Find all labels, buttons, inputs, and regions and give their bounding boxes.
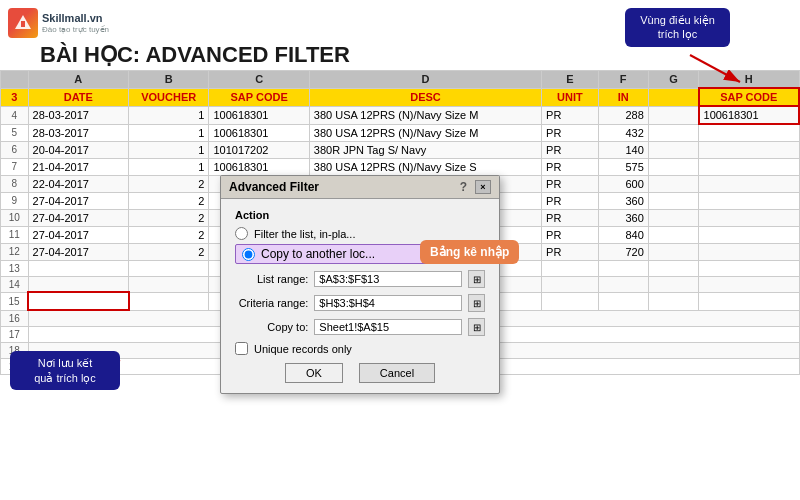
cell-voucher: 1 bbox=[129, 158, 209, 175]
row-num: 5 bbox=[1, 124, 29, 141]
cell-g bbox=[648, 106, 698, 124]
table-row: 7 21-04-2017 1 100618301 380 USA 12PRS (… bbox=[1, 158, 800, 175]
cancel-button[interactable]: Cancel bbox=[359, 363, 435, 383]
cell-h bbox=[699, 260, 799, 276]
row-num: 16 bbox=[1, 310, 29, 326]
cell-in-header: IN bbox=[598, 88, 648, 106]
cell-unit: PR bbox=[542, 226, 598, 243]
callout-bang-ke-text: Bảng kê nhập bbox=[430, 245, 509, 259]
col-header-h: H bbox=[699, 71, 799, 89]
cell-h bbox=[699, 243, 799, 260]
cell-in-r bbox=[598, 292, 648, 310]
cell-h bbox=[699, 158, 799, 175]
cell-unit bbox=[542, 260, 598, 276]
cell-date bbox=[28, 260, 128, 276]
cell-date: 27-04-2017 bbox=[28, 243, 128, 260]
cell-voucher: 2 bbox=[129, 175, 209, 192]
criteria-range-label: Criteria range: bbox=[235, 297, 308, 309]
cell-sap: 101017202 bbox=[209, 141, 309, 158]
copy-to-radio[interactable] bbox=[242, 248, 255, 261]
row-num: 6 bbox=[1, 141, 29, 158]
list-range-label: List range: bbox=[235, 273, 308, 285]
filter-inplace-label: Filter the list, in-pla... bbox=[254, 228, 355, 240]
col-header-g: G bbox=[648, 71, 698, 89]
cell-sap: 100618301 bbox=[209, 124, 309, 141]
col-header-d: D bbox=[309, 71, 541, 89]
cell-in: 360 bbox=[598, 192, 648, 209]
logo-bar: Skillmall.vn Đào tạo trực tuyến bbox=[8, 8, 109, 38]
col-header-c: C bbox=[209, 71, 309, 89]
row-num: 17 bbox=[1, 326, 29, 342]
cell-h bbox=[699, 141, 799, 158]
table-row: 4 28-03-2017 1 100618301 380 USA 12PRS (… bbox=[1, 106, 800, 124]
cell-g bbox=[648, 243, 698, 260]
dialog-close-button[interactable]: × bbox=[475, 180, 491, 194]
cell-in: 840 bbox=[598, 226, 648, 243]
copy-to-picker-button[interactable]: ⊞ bbox=[468, 318, 485, 336]
cell-unit-header: UNIT bbox=[542, 88, 598, 106]
cell-unit-r bbox=[542, 292, 598, 310]
unique-records-row: Unique records only bbox=[235, 342, 485, 355]
cell-desc: 380 USA 12PRS (N)/Navy Size S bbox=[309, 158, 541, 175]
cell-g bbox=[648, 141, 698, 158]
cell-sap: 100618301 bbox=[209, 158, 309, 175]
cell-g bbox=[648, 260, 698, 276]
callout-bang-ke: Bảng kê nhập bbox=[420, 240, 519, 264]
callout-result-text: Nơi lưu kếtquả trích lọc bbox=[34, 357, 96, 383]
cell-unit: PR bbox=[542, 175, 598, 192]
filter-inplace-radio-row: Filter the list, in-pla... bbox=[235, 227, 485, 240]
copy-to-row: Copy to: ⊞ bbox=[235, 318, 485, 336]
cell-h: 100618301 bbox=[699, 106, 799, 124]
copy-to-input[interactable] bbox=[314, 319, 462, 335]
logo-icon bbox=[8, 8, 38, 38]
row-num: 9 bbox=[1, 192, 29, 209]
page-title: BÀI HỌC: ADVANCED FILTER bbox=[40, 42, 350, 68]
cell-g bbox=[648, 276, 698, 292]
cell-in: 575 bbox=[598, 158, 648, 175]
cell-h bbox=[699, 276, 799, 292]
cell-g-r bbox=[648, 292, 698, 310]
row-num: 15 bbox=[1, 292, 29, 310]
table-row-header: 3 DATE VOUCHER SAP CODE DESC UNIT IN SAP… bbox=[1, 88, 800, 106]
cell-date: 27-04-2017 bbox=[28, 209, 128, 226]
cell-desc: 380 USA 12PRS (N)/Navy Size M bbox=[309, 124, 541, 141]
cell-unit: PR bbox=[542, 158, 598, 175]
dialog-help-icon: ? bbox=[460, 180, 467, 194]
advanced-filter-dialog: Advanced Filter ? × Action Filter the li… bbox=[220, 175, 500, 394]
logo-sub: Đào tạo trực tuyến bbox=[42, 25, 109, 34]
cell-voucher bbox=[129, 260, 209, 276]
cell-voucher: 1 bbox=[129, 141, 209, 158]
unique-records-checkbox[interactable] bbox=[235, 342, 248, 355]
criteria-range-picker-button[interactable]: ⊞ bbox=[468, 294, 485, 312]
row-num: 8 bbox=[1, 175, 29, 192]
row-num: 12 bbox=[1, 243, 29, 260]
row-num: 14 bbox=[1, 276, 29, 292]
cell-unit: PR bbox=[542, 124, 598, 141]
criteria-range-input[interactable] bbox=[314, 295, 462, 311]
dialog-body: Action Filter the list, in-pla... Copy t… bbox=[221, 199, 499, 393]
cell-g bbox=[648, 175, 698, 192]
cell-date: 27-04-2017 bbox=[28, 192, 128, 209]
row-num-3: 3 bbox=[1, 88, 29, 106]
table-row: 5 28-03-2017 1 100618301 380 USA 12PRS (… bbox=[1, 124, 800, 141]
col-header-a: A bbox=[28, 71, 128, 89]
cell-in: 432 bbox=[598, 124, 648, 141]
col-header-rownum bbox=[1, 71, 29, 89]
cell-desc-header: DESC bbox=[309, 88, 541, 106]
cell-unit bbox=[542, 276, 598, 292]
cell-in bbox=[598, 276, 648, 292]
list-range-input[interactable] bbox=[314, 271, 462, 287]
cell-h bbox=[699, 175, 799, 192]
filter-inplace-radio[interactable] bbox=[235, 227, 248, 240]
cell-date: 21-04-2017 bbox=[28, 158, 128, 175]
list-range-picker-button[interactable]: ⊞ bbox=[468, 270, 485, 288]
cell-voucher: 1 bbox=[129, 124, 209, 141]
cell-h bbox=[699, 192, 799, 209]
cell-in: 600 bbox=[598, 175, 648, 192]
cell-h-r bbox=[699, 292, 799, 310]
list-range-row: List range: ⊞ bbox=[235, 270, 485, 288]
cell-g bbox=[648, 158, 698, 175]
cell-voucher: 2 bbox=[129, 226, 209, 243]
cell-g bbox=[648, 226, 698, 243]
ok-button[interactable]: OK bbox=[285, 363, 343, 383]
